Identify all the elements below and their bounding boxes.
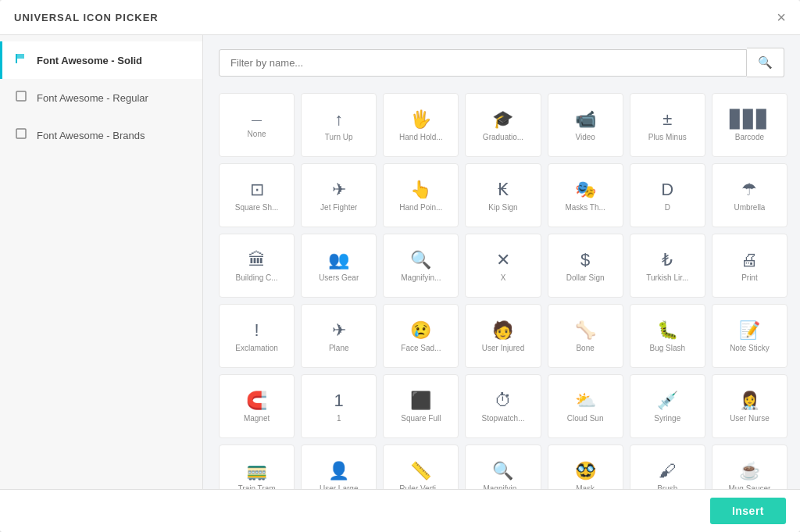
icon-cell-27[interactable]: 📝Note Sticky	[712, 304, 788, 368]
icon-symbol: 📹	[575, 111, 596, 128]
dialog-header: UNIVERSAL ICON PICKER ×	[0, 0, 800, 35]
icon-symbol: 👥	[328, 252, 349, 269]
sidebar: Font Awesome - SolidFont Awesome - Regul…	[0, 35, 203, 489]
sidebar-item-label: Font Awesome - Solid	[37, 55, 142, 66]
icon-cell-2[interactable]: 🖐Hand Hold...	[383, 93, 459, 157]
icon-cell-0[interactable]: —None	[219, 93, 295, 157]
icon-cell-37[interactable]: 📏Ruler Verti...	[383, 445, 459, 489]
sidebar-item-solid[interactable]: Font Awesome - Solid	[0, 41, 202, 79]
icon-cell-21[interactable]: !Exclamation	[219, 304, 295, 368]
icon-cell-33[interactable]: 💉Syringe	[630, 374, 705, 438]
icon-symbol: 🥸	[575, 462, 596, 480]
icons-area[interactable]: —None↑Turn Up🖐Hand Hold...🎓Graduatio...📹…	[203, 87, 800, 489]
icon-symbol: 📏	[410, 462, 431, 480]
icon-label: Video	[575, 133, 595, 142]
icon-cell-24[interactable]: 🧑User Injured	[465, 304, 541, 368]
icon-label: Face Sad...	[401, 344, 441, 353]
icon-cell-12[interactable]: DD	[630, 163, 705, 227]
icon-label: Bug Slash	[649, 344, 685, 353]
icon-symbol: 🧲	[246, 392, 267, 409]
icon-cell-14[interactable]: 🏛Building C...	[219, 234, 295, 298]
icon-label: X	[501, 273, 506, 283]
sidebar-icon-regular	[15, 90, 27, 105]
icon-cell-17[interactable]: ✕X	[465, 234, 541, 298]
icon-cell-39[interactable]: 🥸Mask	[548, 445, 623, 489]
icon-symbol: —	[252, 115, 262, 125]
icon-cell-10[interactable]: ₭Kip Sign	[465, 163, 541, 227]
icon-label: Umbrella	[734, 203, 765, 212]
icon-symbol: 🔍	[410, 252, 431, 269]
icon-cell-3[interactable]: 🎓Graduatio...	[465, 93, 541, 157]
icon-cell-38[interactable]: 🔍Magnifyin...	[465, 445, 541, 489]
dialog-footer: Insert	[0, 489, 800, 532]
icon-label: D	[665, 203, 670, 212]
icon-cell-32[interactable]: ⛅Cloud Sun	[548, 374, 623, 438]
icon-symbol: 1	[334, 392, 344, 409]
main-content: 🔍 —None↑Turn Up🖐Hand Hold...🎓Graduatio..…	[203, 35, 800, 489]
icon-symbol: ☕	[739, 462, 760, 480]
icon-label: Square Sh...	[235, 203, 279, 212]
icon-label: Masks Th...	[565, 203, 605, 212]
icon-symbol: D	[661, 181, 673, 198]
icon-cell-11[interactable]: 🎭Masks Th...	[548, 163, 623, 227]
icon-cell-6[interactable]: ▊▊▊Barcode	[712, 93, 788, 157]
icon-cell-13[interactable]: ☂Umbrella	[712, 163, 788, 227]
icon-cell-22[interactable]: ✈Plane	[301, 304, 377, 368]
close-button[interactable]: ×	[777, 9, 786, 25]
icon-cell-41[interactable]: ☕Mug Saucer	[712, 445, 788, 489]
icon-symbol: 🦴	[575, 322, 596, 339]
icon-label: Magnet	[244, 414, 270, 423]
search-button[interactable]: 🔍	[747, 48, 784, 77]
insert-button[interactable]: Insert	[710, 498, 786, 524]
icon-symbol: ☂	[741, 181, 757, 198]
icon-symbol: 🚃	[246, 462, 267, 480]
icon-label: Bone	[576, 344, 594, 353]
sidebar-item-regular[interactable]: Font Awesome - Regular	[0, 79, 202, 116]
icon-cell-8[interactable]: ✈Jet Fighter	[301, 163, 377, 227]
dialog-body: Font Awesome - SolidFont Awesome - Regul…	[0, 35, 800, 489]
icon-label: Plane	[329, 344, 349, 353]
icon-cell-20[interactable]: 🖨Print	[712, 234, 788, 298]
icon-symbol: ±	[662, 111, 672, 128]
icon-cell-36[interactable]: 👤User Large	[301, 445, 377, 489]
icon-cell-18[interactable]: $Dollar Sign	[548, 234, 623, 298]
icon-label: Dollar Sign	[566, 273, 605, 283]
icon-cell-28[interactable]: 🧲Magnet	[219, 374, 295, 438]
sidebar-item-label: Font Awesome - Regular	[37, 92, 148, 104]
search-input[interactable]	[219, 49, 747, 77]
icon-label: Hand Hold...	[399, 133, 443, 142]
icon-symbol: 💉	[657, 392, 678, 409]
icon-cell-23[interactable]: 😢Face Sad...	[383, 304, 459, 368]
icon-cell-15[interactable]: 👥Users Gear	[301, 234, 377, 298]
icon-cell-29[interactable]: 11	[301, 374, 377, 438]
icon-symbol: ✕	[496, 252, 510, 269]
icon-symbol: ▊▊▊	[730, 111, 770, 128]
icon-symbol: ✈	[332, 322, 346, 339]
icon-cell-16[interactable]: 🔍Magnifyin...	[383, 234, 459, 298]
icon-label: Graduatio...	[483, 133, 523, 142]
sidebar-item-brands[interactable]: Font Awesome - Brands	[0, 116, 202, 154]
icon-cell-9[interactable]: 👆Hand Poin...	[383, 163, 459, 227]
icon-cell-40[interactable]: 🖌Brush	[630, 445, 705, 489]
icon-symbol: 🧑	[492, 322, 513, 339]
icon-symbol: ↑	[334, 111, 343, 128]
icon-label: Note Sticky	[730, 344, 770, 353]
svg-rect-0	[16, 91, 26, 101]
icon-cell-31[interactable]: ⏱Stopwatch...	[465, 374, 541, 438]
icon-cell-26[interactable]: 🐛Bug Slash	[630, 304, 705, 368]
icon-cell-25[interactable]: 🦴Bone	[548, 304, 623, 368]
icon-symbol: 🏛	[248, 252, 266, 269]
icon-symbol: 👤	[328, 462, 349, 480]
icon-cell-5[interactable]: ±Plus Minus	[630, 93, 705, 157]
icon-cell-4[interactable]: 📹Video	[548, 93, 623, 157]
icon-label: Syringe	[654, 414, 680, 423]
icon-symbol: 🖐	[410, 111, 431, 128]
icon-cell-19[interactable]: ₺Turkish Lir...	[630, 234, 705, 298]
icon-cell-35[interactable]: 🚃Train Tram	[219, 445, 295, 489]
icon-cell-7[interactable]: ⊡Square Sh...	[219, 163, 295, 227]
icon-cell-30[interactable]: ⬛Square Full	[383, 374, 459, 438]
icon-cell-1[interactable]: ↑Turn Up	[301, 93, 377, 157]
icon-cell-34[interactable]: 👩‍⚕️User Nurse	[712, 374, 788, 438]
icon-label: None	[248, 130, 266, 139]
icon-symbol: 🐛	[657, 322, 678, 339]
